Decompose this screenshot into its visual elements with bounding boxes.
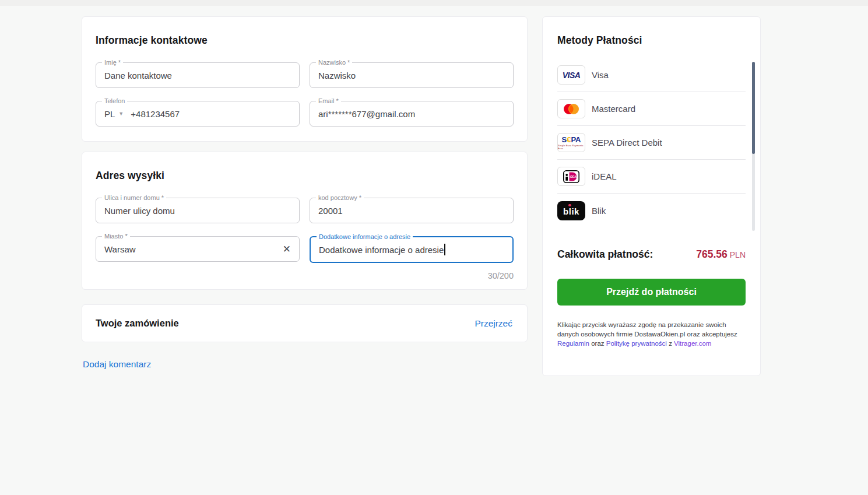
phone-label: Telefon xyxy=(102,97,127,104)
vitrager-link[interactable]: Vitrager.com xyxy=(674,340,711,347)
scrollbar-track[interactable] xyxy=(752,62,755,231)
city-value: Warsaw xyxy=(104,244,136,254)
visa-icon-text: VISA xyxy=(563,71,581,80)
counter-wrap: 30/200 xyxy=(96,263,512,280)
postal-code-field[interactable]: kod pocztowy * 20001 xyxy=(310,198,514,223)
payment-label: Mastercard xyxy=(592,104,635,114)
payment-label: Visa xyxy=(592,70,609,80)
legal-part3: z xyxy=(667,340,674,347)
postal-code-value: 20001 xyxy=(318,206,343,216)
address-extra-field[interactable]: Dodatkowe informacje o adresie Dodatkowe… xyxy=(310,236,514,263)
text-cursor xyxy=(444,244,445,255)
checkout-form-column: Informacje kontaktowe Imię * Dane kontak… xyxy=(82,16,528,370)
street-label: Ulica i numer domu * xyxy=(102,194,166,201)
visa-icon: VISA xyxy=(557,65,585,85)
order-card-title: Twoje zamówienie xyxy=(96,318,179,329)
payment-row-visa[interactable]: VISA Visa xyxy=(557,58,746,92)
clear-city-icon[interactable]: ✕ xyxy=(283,244,291,254)
last-name-label: Nazwisko * xyxy=(316,59,352,66)
phone-value: +481234567 xyxy=(131,109,180,119)
page-top-strip xyxy=(0,0,868,6)
legal-part1: Klikając przycisk wyrażasz zgodę na prze… xyxy=(557,321,737,338)
add-comment-link[interactable]: Dodaj komentarz xyxy=(83,359,151,370)
address-extra-value: Dodatkowe informacje o adresie xyxy=(319,245,444,255)
ideal-icon: iDEAL xyxy=(557,167,585,186)
email-field[interactable]: Email * ari*******677@gmail.com xyxy=(310,101,514,127)
privacy-policy-link[interactable]: Politykę prywatności xyxy=(606,340,667,347)
city-label: Miasto * xyxy=(102,233,130,240)
city-field[interactable]: Miasto * Warsaw ✕ xyxy=(96,236,300,262)
payment-row-ideal[interactable]: iDEAL iDEAL xyxy=(557,160,746,194)
blik-icon-dot xyxy=(568,204,571,207)
shipping-address-card: Adres wysyłki Ulica i numer domu * Numer… xyxy=(82,152,528,290)
terms-link[interactable]: Regulamin xyxy=(557,340,589,347)
street-field[interactable]: Ulica i numer domu * Numer ulicy domu xyxy=(96,198,300,223)
contact-fields-grid: Imię * Dane kontaktowe Nazwisko * Nazwis… xyxy=(96,62,512,127)
review-order-link[interactable]: Przejrzeć xyxy=(475,318,512,329)
total-currency: PLN xyxy=(730,250,746,259)
char-counter: 30/200 xyxy=(310,271,514,280)
address-fields-grid: Ulica i numer domu * Numer ulicy domu ko… xyxy=(96,198,512,263)
legal-part2: oraz xyxy=(589,340,606,347)
mastercard-icon xyxy=(557,99,585,118)
blik-icon: blik xyxy=(557,201,585,220)
payment-row-mastercard[interactable]: Mastercard xyxy=(557,92,746,126)
address-card-title: Adres wysyłki xyxy=(96,170,512,182)
blik-icon-text: blik xyxy=(563,206,579,216)
proceed-to-payment-button[interactable]: Przejdź do płatności xyxy=(557,279,746,306)
first-name-value: Dane kontaktowe xyxy=(104,71,172,80)
contact-card-title: Informacje kontaktowe xyxy=(96,34,512,47)
sepa-icon-text: S€PA xyxy=(561,136,581,143)
payment-methods-card: Metody Płatności VISA Visa Mastercard xyxy=(542,16,761,376)
first-name-label: Imię * xyxy=(102,59,123,66)
email-value: ari*******677@gmail.com xyxy=(318,109,415,119)
sepa-icon: S€PA Single Euro Payments Area xyxy=(557,133,585,152)
payment-methods-list: VISA Visa Mastercard S€PA Single Euro xyxy=(557,58,746,227)
payment-label: SEPA Direct Debit xyxy=(592,138,662,148)
contact-info-card: Informacje kontaktowe Imię * Dane kontak… xyxy=(82,16,528,142)
email-label: Email * xyxy=(316,97,341,104)
payment-row-sepa[interactable]: S€PA Single Euro Payments Area SEPA Dire… xyxy=(557,126,746,160)
legal-text: Klikając przycisk wyrażasz zgodę na prze… xyxy=(557,321,739,349)
payment-card-title: Metody Płatności xyxy=(557,34,746,47)
address-extra-label: Dodatkowe informacje o adresie xyxy=(317,233,413,240)
phone-field[interactable]: Telefon PL ▼ +481234567 xyxy=(96,101,300,127)
scrollbar-thumb[interactable] xyxy=(752,62,755,154)
sepa-icon-subtext: Single Euro Payments Area xyxy=(558,144,585,150)
payment-column: Metody Płatności VISA Visa Mastercard xyxy=(542,16,761,376)
payment-row-blik[interactable]: blik Blik xyxy=(557,194,746,227)
total-amount: 765.56 xyxy=(696,248,728,260)
payment-label: Blik xyxy=(592,206,606,216)
first-name-field[interactable]: Imię * Dane kontaktowe xyxy=(96,62,300,88)
total-payment-value: 765.56PLN xyxy=(696,248,746,261)
postal-code-label: kod pocztowy * xyxy=(316,194,364,201)
phone-country-select[interactable]: PL xyxy=(104,109,115,119)
street-value: Numer ulicy domu xyxy=(104,206,175,216)
last-name-field[interactable]: Nazwisko * Nazwisko xyxy=(310,62,514,88)
chevron-down-icon[interactable]: ▼ xyxy=(118,111,124,117)
svg-text:iDEAL: iDEAL xyxy=(570,175,578,178)
total-payment-row: Całkowita płatność: 765.56PLN xyxy=(557,248,746,261)
order-summary-card: Twoje zamówienie Przejrzeć xyxy=(82,304,528,342)
last-name-value: Nazwisko xyxy=(318,71,356,80)
payment-label: iDEAL xyxy=(592,171,617,181)
total-payment-label: Całkowita płatność: xyxy=(557,248,653,261)
